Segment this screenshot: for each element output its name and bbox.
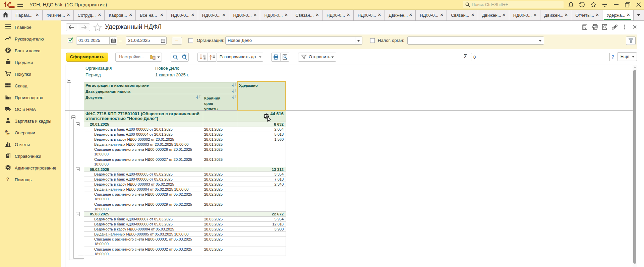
svg-text:?: ? — [6, 177, 9, 182]
svg-text:Кт: Кт — [7, 132, 10, 135]
